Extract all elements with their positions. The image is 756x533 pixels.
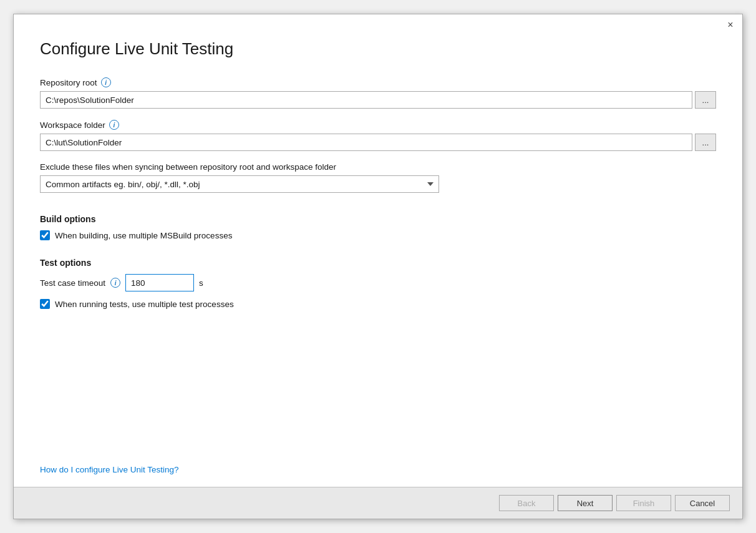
timeout-info-icon[interactable]: i — [110, 278, 120, 288]
build-options-header: Build options — [40, 214, 716, 224]
multiple-processes-checkbox[interactable] — [40, 299, 50, 309]
workspace-folder-input[interactable] — [40, 134, 692, 151]
timeout-row: Test case timeout i s — [40, 274, 716, 291]
workspace-folder-info-icon[interactable]: i — [109, 120, 119, 130]
timeout-label: Test case timeout — [40, 278, 105, 288]
repository-root-group: Repository root i ... — [40, 77, 716, 109]
build-options-group: Build options When building, use multipl… — [40, 210, 716, 243]
repository-root-info-icon[interactable]: i — [101, 77, 111, 87]
exclude-files-group: Exclude these files when syncing between… — [40, 162, 716, 193]
multiple-processes-checkbox-row: When running tests, use multiple test pr… — [40, 299, 716, 309]
dialog-content: Configure Live Unit Testing Repository r… — [14, 33, 742, 487]
exclude-files-label: Exclude these files when syncing between… — [40, 162, 336, 172]
dialog-footer: Back Next Finish Cancel — [14, 487, 742, 519]
close-button[interactable]: × — [725, 19, 736, 31]
help-link[interactable]: How do I configure Live Unit Testing? — [40, 446, 716, 474]
timeout-input[interactable] — [125, 274, 194, 291]
msbuild-checkbox-row: When building, use multiple MSBuild proc… — [40, 230, 716, 240]
cancel-button[interactable]: Cancel — [675, 495, 730, 511]
back-button[interactable]: Back — [499, 495, 554, 511]
multiple-processes-label: When running tests, use multiple test pr… — [55, 300, 234, 309]
exclude-files-select-row: Common artifacts eg. bin/, obj/, *.dll, … — [40, 175, 716, 193]
configure-dialog: × Configure Live Unit Testing Repository… — [13, 14, 743, 519]
timeout-unit: s — [199, 278, 203, 288]
repository-root-input-row: ... — [40, 91, 716, 109]
repository-root-input[interactable] — [40, 91, 692, 109]
workspace-folder-input-row: ... — [40, 134, 716, 151]
workspace-folder-browse-button[interactable]: ... — [695, 134, 716, 151]
test-options-group: Test options Test case timeout i s When … — [40, 254, 716, 311]
msbuild-checkbox[interactable] — [40, 230, 50, 240]
repository-root-browse-button[interactable]: ... — [695, 91, 716, 109]
exclude-files-label-row: Exclude these files when syncing between… — [40, 162, 716, 172]
dialog-title: Configure Live Unit Testing — [40, 39, 716, 59]
msbuild-checkbox-label: When building, use multiple MSBuild proc… — [55, 231, 232, 240]
finish-button[interactable]: Finish — [616, 495, 671, 511]
workspace-folder-group: Workspace folder i ... — [40, 120, 716, 151]
exclude-files-dropdown[interactable]: Common artifacts eg. bin/, obj/, *.dll, … — [40, 175, 439, 193]
dialog-titlebar: × — [14, 14, 742, 33]
workspace-folder-label-row: Workspace folder i — [40, 120, 716, 130]
workspace-folder-label: Workspace folder — [40, 120, 105, 130]
test-options-header: Test options — [40, 258, 716, 268]
repository-root-label: Repository root — [40, 78, 97, 87]
next-button[interactable]: Next — [558, 495, 613, 511]
repository-root-label-row: Repository root i — [40, 77, 716, 87]
